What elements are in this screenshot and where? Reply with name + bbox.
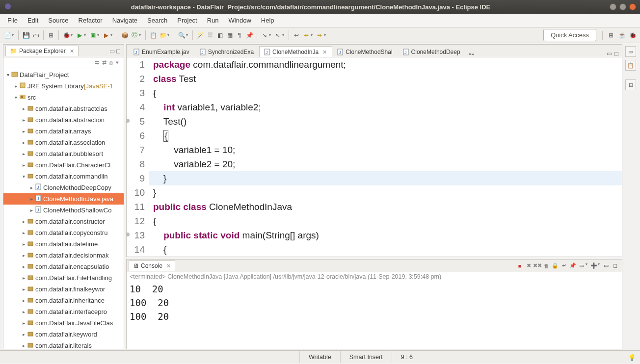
menu-search[interactable]: Search bbox=[143, 15, 172, 26]
prev-ann-icon[interactable]: ↖ bbox=[273, 31, 282, 40]
scroll-lock-icon[interactable]: 🔒 bbox=[551, 262, 559, 270]
tree-file-1[interactable]: ▸JCloneMethodInJava.java bbox=[3, 193, 124, 205]
console-output[interactable]: 10 20 100 20 100 20 bbox=[127, 281, 622, 349]
editor-tab-4[interactable]: JCloneMethodDeep bbox=[398, 46, 466, 57]
tree-pkg2-9[interactable]: ▸com.DataFlair.JavaFileClas bbox=[3, 317, 124, 329]
code-line-1[interactable]: package com.dataflair.commandlineargumen… bbox=[149, 57, 622, 72]
code-line-2[interactable]: class Test bbox=[149, 72, 622, 86]
code-editor[interactable]: 1234567891011121314 package com.dataflai… bbox=[127, 57, 622, 257]
editor-tab-1[interactable]: JSynchronizedExa bbox=[195, 46, 259, 57]
project-tree[interactable]: ▾DataFlair_Project▸JRE System Library [J… bbox=[3, 68, 124, 349]
code-line-5[interactable]: Test() bbox=[149, 114, 622, 129]
new-class-icon[interactable]: Ⓒ bbox=[130, 31, 139, 40]
code-line-12[interactable]: { bbox=[149, 214, 622, 228]
pin-icon[interactable]: 📌 bbox=[245, 31, 254, 40]
menu-refactor[interactable]: Refactor bbox=[74, 15, 107, 26]
remove-launch-icon[interactable]: ✖ bbox=[525, 262, 533, 270]
terminate-icon[interactable]: ■ bbox=[516, 262, 524, 270]
minimize-editor-icon[interactable]: ▭ bbox=[607, 50, 612, 57]
minimize-view-icon[interactable]: ▭ bbox=[109, 48, 115, 54]
search-icon[interactable]: 🔍 bbox=[177, 31, 186, 40]
tree-pkg-5[interactable]: ▸com.DataFlair.CharacterCl bbox=[3, 159, 124, 171]
tree-pkg2-1[interactable]: ▸com.dataflair.copyconstru bbox=[3, 227, 124, 238]
filter-icon[interactable]: ⎚ bbox=[109, 60, 113, 66]
next-ann-icon[interactable]: ↘ bbox=[260, 31, 269, 40]
debug-icon[interactable]: 🐞 bbox=[62, 31, 71, 40]
menu-project[interactable]: Project bbox=[173, 15, 201, 26]
window-maximize-button[interactable] bbox=[619, 3, 626, 10]
menu-help[interactable]: Help bbox=[257, 15, 279, 26]
tree-pkg2-10[interactable]: ▸com.dataflair.keyword bbox=[3, 329, 124, 340]
open-task-icon[interactable]: 📋 bbox=[149, 31, 158, 40]
window-close-button[interactable] bbox=[629, 3, 636, 10]
tree-project[interactable]: ▾DataFlair_Project bbox=[3, 69, 124, 80]
java-perspective-icon[interactable]: ☕ bbox=[617, 31, 626, 40]
code-line-7[interactable]: variable1 = 10; bbox=[149, 143, 622, 157]
close-icon[interactable]: ✕ bbox=[166, 263, 171, 269]
package-explorer-tab[interactable]: 📁 Package Explorer ✕ bbox=[5, 46, 79, 56]
collapse-all-icon[interactable]: ⇆ bbox=[95, 59, 99, 66]
tree-src[interactable]: ▾src bbox=[3, 92, 124, 103]
editor-tab-0[interactable]: JEnumExample.jav bbox=[129, 46, 195, 57]
tree-pkg-6[interactable]: ▾com.dataflair.commandlin bbox=[3, 171, 124, 182]
tree-pkg2-4[interactable]: ▸com.dataflair.encapsulatio bbox=[3, 261, 124, 272]
open-type-icon[interactable]: ⊞ bbox=[47, 31, 55, 40]
code-line-14[interactable]: { bbox=[149, 242, 622, 257]
maximize-view-icon[interactable]: ◻ bbox=[116, 48, 121, 54]
tree-pkg2-6[interactable]: ▸com.dataflair.finalkeywor bbox=[3, 284, 124, 295]
code-line-4[interactable]: int variable1, variable2; bbox=[149, 100, 622, 114]
link-editor-icon[interactable]: ⇄ bbox=[102, 59, 107, 66]
console-tab[interactable]: 🖥 Console ✕ bbox=[129, 260, 175, 271]
tip-bulb-icon[interactable]: 💡 bbox=[628, 354, 635, 361]
tree-pkg-1[interactable]: ▸com.dataflair.abstraction bbox=[3, 114, 124, 126]
back-icon[interactable]: ⬅ bbox=[302, 31, 311, 40]
maximize-editor-icon[interactable]: ◻ bbox=[614, 50, 619, 57]
folder-icon[interactable]: 📁 bbox=[159, 31, 167, 40]
new-package-icon[interactable]: 📦 bbox=[120, 31, 129, 40]
last-edit-icon[interactable]: ↩ bbox=[292, 31, 301, 40]
tree-pkg2-5[interactable]: ▸com.DataFlair.FileHandling bbox=[3, 272, 124, 284]
open-perspective-icon[interactable]: ⊞ bbox=[607, 31, 615, 40]
wand-icon[interactable]: 🪄 bbox=[196, 31, 205, 40]
task-list-icon[interactable]: 📋 bbox=[625, 60, 636, 71]
maximize-view-icon[interactable]: ◻ bbox=[611, 262, 619, 270]
menu-source[interactable]: Source bbox=[44, 15, 73, 26]
tree-pkg2-2[interactable]: ▸com.dataflair.datetime bbox=[3, 238, 124, 250]
code-line-3[interactable]: { bbox=[149, 86, 622, 100]
close-tab-icon[interactable]: ✕ bbox=[322, 49, 327, 55]
tree-pkg2-3[interactable]: ▸com.dataflair.decisionmak bbox=[3, 250, 124, 261]
tree-pkg2-8[interactable]: ▸com.dataflair.interfacepro bbox=[3, 306, 124, 317]
clear-console-icon[interactable]: 🗑 bbox=[542, 262, 550, 270]
word-wrap-icon[interactable]: ↵ bbox=[560, 262, 568, 270]
tree-file-2[interactable]: ▸JCloneMethodShallowCo bbox=[3, 205, 124, 216]
tree-pkg2-7[interactable]: ▸com.dataflair.inheritance bbox=[3, 295, 124, 306]
code-line-6[interactable]: { bbox=[149, 129, 622, 143]
code-line-13[interactable]: public static void main(String[] args) bbox=[149, 228, 622, 242]
code-line-10[interactable]: } bbox=[149, 185, 622, 200]
pin-console-icon[interactable]: 📌 bbox=[569, 262, 577, 270]
menu-file[interactable]: File bbox=[3, 15, 22, 26]
minimize-view-icon[interactable]: ▭ bbox=[602, 262, 610, 270]
editor-tab-3[interactable]: JCloneMethodShal bbox=[332, 46, 398, 57]
more-tabs-indicator[interactable]: »₄ bbox=[469, 51, 474, 57]
close-icon[interactable]: ✕ bbox=[70, 48, 74, 54]
block-sel-icon[interactable]: ▦ bbox=[225, 31, 234, 40]
menu-run[interactable]: Run bbox=[203, 15, 223, 26]
editor-tab-2[interactable]: JCloneMethodInJa✕ bbox=[259, 46, 332, 57]
code-line-8[interactable]: variable2 = 20; bbox=[149, 157, 622, 171]
new-icon[interactable]: 📄 bbox=[3, 31, 12, 40]
remove-all-icon[interactable]: ✖✖ bbox=[533, 262, 541, 270]
save-all-icon[interactable]: 🗃 bbox=[31, 31, 40, 40]
tree-jre[interactable]: ▸JRE System Library [JavaSE-1 bbox=[3, 80, 124, 92]
mark-occur-icon[interactable]: ◧ bbox=[215, 31, 224, 40]
open-console-icon[interactable]: ➕ bbox=[590, 262, 598, 270]
tree-pkg-2[interactable]: ▸com.dataflair.arrays bbox=[3, 126, 124, 137]
tree-file-0[interactable]: ▸JCloneMethodDeepCopy bbox=[3, 182, 124, 193]
tree-pkg2-11[interactable]: ▸com.dataflair.literals bbox=[3, 340, 124, 349]
restore-icon[interactable]: ▭ bbox=[625, 46, 636, 57]
window-minimize-button[interactable] bbox=[610, 3, 616, 10]
tree-pkg-4[interactable]: ▸com.dataflair.bubblesort bbox=[3, 148, 124, 159]
ext-run-icon[interactable]: ▶ bbox=[102, 31, 110, 40]
show-ws-icon[interactable]: ¶ bbox=[235, 31, 244, 40]
debug-perspective-icon[interactable]: 🐞 bbox=[628, 31, 637, 40]
